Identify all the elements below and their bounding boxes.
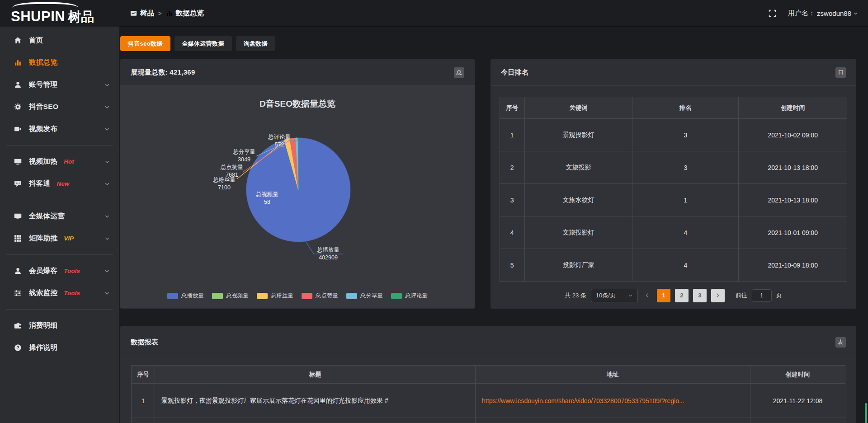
- username-label: 用户名：: [788, 9, 815, 18]
- legend-label: 总视频量: [226, 292, 249, 300]
- chevron-down-icon: [104, 181, 110, 187]
- table-cell: 3: [500, 184, 525, 216]
- sidebar-item-label: 抖客通: [29, 179, 50, 188]
- column-header: 创建时间: [750, 366, 845, 384]
- pie-label-value: 7681: [226, 172, 238, 178]
- table-row: 4文旅投影灯42021-10-01 09:00: [500, 216, 847, 249]
- tab-全媒体运营数据[interactable]: 全媒体运营数据: [175, 36, 232, 51]
- pagination-page-1[interactable]: 1: [657, 289, 670, 302]
- goto-suffix: 页: [776, 291, 782, 300]
- table-cell: 2: [500, 151, 525, 184]
- chevron-down-icon: [104, 268, 110, 274]
- bar-chart-icon: [166, 10, 173, 17]
- app-logo[interactable]: SHUPIN 树品: [0, 0, 119, 27]
- report-table-badge[interactable]: 表: [835, 337, 846, 348]
- sidebar-item-视频加热[interactable]: 视频加热Hot: [0, 150, 119, 173]
- pagination-next[interactable]: [711, 289, 725, 302]
- table-cell: 2021-11-22 12:08: [750, 384, 845, 418]
- table-cell: 5: [500, 249, 525, 282]
- table-cell: [132, 418, 155, 423]
- chevron-down-icon: [104, 159, 110, 164]
- column-header: 序号: [132, 366, 155, 384]
- pie-label-name: 总分享量: [232, 149, 255, 155]
- chevron-down-icon: [104, 82, 110, 88]
- sidebar-item-首页[interactable]: 首页: [0, 29, 119, 52]
- table-cell: 2021-10-01 09:00: [739, 216, 847, 249]
- fullscreen-icon[interactable]: [769, 9, 776, 17]
- table-cell: 2021-10-09 18:00: [739, 249, 847, 282]
- table-header-row: 序号标题地址创建时间: [132, 366, 845, 384]
- breadcrumb-item-树品[interactable]: 树品: [130, 9, 154, 18]
- table-cell: 2021-10-13 18:00: [739, 151, 847, 184]
- user-menu[interactable]: 用户名：zswodun88: [788, 9, 858, 18]
- table-row: 2文旅投影32021-10-13 18:00: [500, 151, 847, 184]
- breadcrumb-item-数据总览[interactable]: 数据总览: [166, 9, 204, 18]
- rank-panel: 今日排名 日 序号关键词排名创建时间1景观投影灯32021-10-02 09:0…: [491, 59, 856, 309]
- data-tabs: 抖音seo数据全媒体运营数据询盘数据: [120, 36, 856, 51]
- sidebar-item-数据总览[interactable]: 数据总览: [0, 52, 119, 74]
- rank-table-wrap: 序号关键词排名创建时间1景观投影灯32021-10-02 09:002文旅投影3…: [491, 86, 856, 282]
- legend-swatch: [167, 293, 178, 299]
- sidebar-item-label: 抖音SEO: [29, 102, 58, 112]
- sidebar-item-label: 账号管理: [29, 80, 57, 89]
- pie-label-name: 总点赞量: [220, 164, 243, 170]
- user-icon: [14, 267, 22, 275]
- sidebar-item-账号管理[interactable]: 账号管理: [0, 74, 119, 96]
- pagination: 共 23 条10条/页123前往页: [491, 282, 856, 309]
- table-row: 5投影灯厂家42021-10-09 18:00: [500, 249, 847, 282]
- sidebar-item-抖客通[interactable]: 抖客通New: [0, 173, 119, 195]
- sidebar-item-全媒体运营[interactable]: 全媒体运营: [0, 205, 119, 227]
- goto-page-input[interactable]: [752, 289, 772, 302]
- sidebar-item-会员爆客[interactable]: 会员爆客Tools: [0, 260, 119, 282]
- legend-item-总点赞量[interactable]: 总点赞量: [302, 292, 338, 300]
- legend-label: 总分享量: [360, 292, 383, 300]
- sidebar-item-抖音SEO[interactable]: 抖音SEO: [0, 96, 119, 118]
- table-cell: 3: [632, 151, 739, 184]
- pagination-prev[interactable]: [642, 293, 652, 298]
- table-row: [132, 418, 845, 423]
- table-row: 1景观投影灯32021-10-02 09:00: [500, 119, 847, 151]
- legend-item-总粉丝量[interactable]: 总粉丝量: [257, 292, 293, 300]
- pie-label-name: 总视频量: [255, 191, 278, 197]
- grid-icon: [14, 235, 22, 243]
- rank-panel-header: 今日排名 日: [491, 59, 856, 86]
- legend-item-总分享量[interactable]: 总分享量: [346, 292, 383, 300]
- overview-total-badge[interactable]: 总: [454, 67, 464, 78]
- sidebar-divider: [6, 309, 113, 310]
- legend-label: 总评论量: [405, 292, 428, 300]
- table-header-row: 序号关键词排名创建时间: [500, 97, 847, 119]
- topbar-actions: 用户名：zswodun88: [769, 9, 858, 18]
- page-size-select[interactable]: 10条/页: [591, 289, 638, 302]
- sidebar-item-label: 全媒体运营: [29, 212, 65, 221]
- table-row: 1景观投影灯，夜游景观投影灯厂家展示展示落花灯在花园里的灯光投影应用效果 #ht…: [132, 384, 845, 418]
- report-link[interactable]: https://www.iesdouyin.com/share/video/70…: [482, 397, 684, 404]
- sidebar-item-视频发布[interactable]: 视频发布: [0, 118, 119, 140]
- sidebar-item-操作说明[interactable]: ?操作说明: [0, 337, 119, 359]
- sidebar-item-消费明细[interactable]: 消费明细: [0, 315, 119, 337]
- table-cell: 文旅投影灯: [524, 216, 632, 249]
- legend-item-总评论量[interactable]: 总评论量: [391, 292, 428, 300]
- tab-抖音seo数据[interactable]: 抖音seo数据: [120, 36, 170, 51]
- rank-day-badge[interactable]: 日: [835, 67, 846, 78]
- chat-icon: [14, 180, 22, 188]
- pagination-total: 共 23 条: [565, 291, 586, 300]
- scrollbar-thumb[interactable]: [865, 403, 867, 423]
- panels-grid: 展现量总数: 421,369 总 D音SEO数据量总览总播放量402909总视频…: [120, 59, 856, 309]
- pagination-page-3[interactable]: 3: [693, 289, 707, 302]
- sidebar-divider: [6, 254, 113, 255]
- table-cell: 1: [132, 384, 155, 418]
- table-cell: 4: [632, 249, 739, 282]
- breadcrumb-label: 数据总览: [176, 9, 204, 18]
- pie-label-name: 总评论量: [268, 134, 291, 140]
- sidebar-item-矩阵助推[interactable]: 矩阵助推VIP: [0, 227, 119, 249]
- table-cell: 2021-10-02 09:00: [739, 119, 847, 151]
- legend-item-总播放量[interactable]: 总播放量: [167, 292, 204, 300]
- rank-panel-title: 今日排名: [501, 68, 528, 77]
- legend-item-总视频量[interactable]: 总视频量: [212, 292, 249, 300]
- tab-询盘数据[interactable]: 询盘数据: [236, 36, 275, 51]
- pie-chart: D音SEO数据量总览总播放量402909总视频量58总粉丝量7100总点赞量76…: [120, 86, 475, 308]
- sidebar-item-线索监控[interactable]: 线索监控Tools: [0, 282, 119, 304]
- overview-panel-title: 展现量总数: 421,369: [131, 68, 195, 77]
- pagination-page-2[interactable]: 2: [675, 289, 689, 302]
- table-cell: 投影灯厂家: [524, 249, 632, 282]
